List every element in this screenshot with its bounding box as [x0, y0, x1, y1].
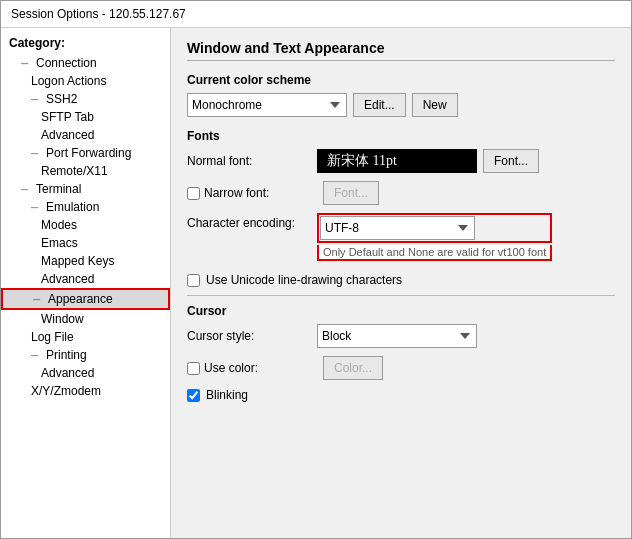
- color-scheme-row: Monochrome Default White / Black Edit...…: [187, 93, 615, 117]
- unicode-label: Use Unicode line-drawing characters: [206, 273, 402, 287]
- char-enc-control: UTF-8 Default None ISO-8859-1 Only Defau…: [317, 213, 552, 261]
- normal-font-display: 新宋体 11pt: [317, 149, 477, 173]
- cursor-style-row: Cursor style: Block Underline Vertical B…: [187, 324, 615, 348]
- blinking-checkbox[interactable]: [187, 389, 200, 402]
- minus-icon3: ─: [31, 148, 43, 159]
- fonts-group: Fonts Normal font: 新宋体 11pt Font... Narr…: [187, 129, 615, 261]
- minus-icon5: ─: [31, 202, 43, 213]
- sidebar-item-connection[interactable]: ─ Connection: [1, 54, 170, 72]
- char-enc-row: Character encoding: UTF-8 Default None I…: [187, 213, 615, 261]
- char-enc-label: Character encoding:: [187, 213, 317, 230]
- narrow-font-label-wrap: Narrow font:: [187, 186, 317, 200]
- narrow-font-label: Narrow font:: [204, 186, 269, 200]
- color-button: Color...: [323, 356, 383, 380]
- sidebar-item-mapped-keys[interactable]: Mapped Keys: [1, 252, 170, 270]
- title-bar: Session Options - 120.55.127.67: [1, 1, 631, 28]
- minus-icon6: ─: [33, 294, 45, 305]
- sidebar-item-sftp-tab[interactable]: SFTP Tab: [1, 108, 170, 126]
- unicode-checkbox[interactable]: [187, 274, 200, 287]
- sidebar-item-port-forwarding[interactable]: ─ Port Forwarding: [1, 144, 170, 162]
- enc-select-wrapper: UTF-8 Default None ISO-8859-1: [317, 213, 552, 243]
- cursor-style-select[interactable]: Block Underline Vertical Bar: [317, 324, 477, 348]
- sidebar-item-appearance[interactable]: ─ Appearance: [1, 288, 170, 310]
- sidebar-item-printing[interactable]: ─ Printing: [1, 346, 170, 364]
- sidebar-item-logon-actions[interactable]: Logon Actions: [1, 72, 170, 90]
- sidebar-item-ssh2[interactable]: ─ SSH2: [1, 90, 170, 108]
- sidebar-item-emulation[interactable]: ─ Emulation: [1, 198, 170, 216]
- color-scheme-group: Current color scheme Monochrome Default …: [187, 73, 615, 117]
- right-panel: Window and Text Appearance Current color…: [171, 28, 631, 538]
- color-scheme-select[interactable]: Monochrome Default White / Black: [187, 93, 347, 117]
- sidebar-item-terminal[interactable]: ─ Terminal: [1, 180, 170, 198]
- color-scheme-label: Current color scheme: [187, 73, 615, 87]
- window-title: Session Options - 120.55.127.67: [11, 7, 186, 21]
- minus-icon: ─: [21, 58, 33, 69]
- sidebar-item-window[interactable]: Window: [1, 310, 170, 328]
- minus-icon7: ─: [31, 350, 43, 361]
- blinking-row: Blinking: [187, 388, 615, 402]
- use-color-label: Use color:: [204, 361, 258, 375]
- session-options-window: Session Options - 120.55.127.67 Category…: [0, 0, 632, 539]
- left-panel: Category: ─ Connection Logon Actions ─ S…: [1, 28, 171, 538]
- sidebar-item-xyz-modem[interactable]: X/Y/Zmodem: [1, 382, 170, 400]
- use-color-checkbox[interactable]: [187, 362, 200, 375]
- sidebar-item-modes[interactable]: Modes: [1, 216, 170, 234]
- use-color-row: Use color: Color...: [187, 356, 615, 380]
- cursor-title: Cursor: [187, 304, 615, 318]
- new-button[interactable]: New: [412, 93, 458, 117]
- sidebar-item-remote-x11[interactable]: Remote/X11: [1, 162, 170, 180]
- cursor-style-label: Cursor style:: [187, 329, 317, 343]
- normal-font-row: Normal font: 新宋体 11pt Font...: [187, 149, 615, 173]
- unicode-row: Use Unicode line-drawing characters: [187, 273, 615, 287]
- use-color-wrap: Use color:: [187, 361, 317, 375]
- divider: [187, 295, 615, 296]
- sidebar-item-advanced-ssh[interactable]: Advanced: [1, 126, 170, 144]
- char-enc-select[interactable]: UTF-8 Default None ISO-8859-1: [320, 216, 475, 240]
- enc-note: Only Default and None are valid for vt10…: [317, 245, 552, 261]
- narrow-font-row: Narrow font: Font...: [187, 181, 615, 205]
- sidebar-item-log-file[interactable]: Log File: [1, 328, 170, 346]
- edit-button[interactable]: Edit...: [353, 93, 406, 117]
- sidebar-item-advanced-printing[interactable]: Advanced: [1, 364, 170, 382]
- blinking-label: Blinking: [206, 388, 248, 402]
- minus-icon2: ─: [31, 94, 43, 105]
- narrow-font-checkbox[interactable]: [187, 187, 200, 200]
- main-content: Category: ─ Connection Logon Actions ─ S…: [1, 28, 631, 538]
- font-button[interactable]: Font...: [483, 149, 539, 173]
- fonts-label: Fonts: [187, 129, 615, 143]
- cursor-group: Cursor Cursor style: Block Underline Ver…: [187, 304, 615, 402]
- normal-font-label: Normal font:: [187, 154, 317, 168]
- sidebar-item-advanced-terminal[interactable]: Advanced: [1, 270, 170, 288]
- minus-icon4: ─: [21, 184, 33, 195]
- sidebar-item-emacs[interactable]: Emacs: [1, 234, 170, 252]
- section-title: Window and Text Appearance: [187, 40, 615, 61]
- category-label: Category:: [1, 34, 170, 54]
- narrow-font-button: Font...: [323, 181, 379, 205]
